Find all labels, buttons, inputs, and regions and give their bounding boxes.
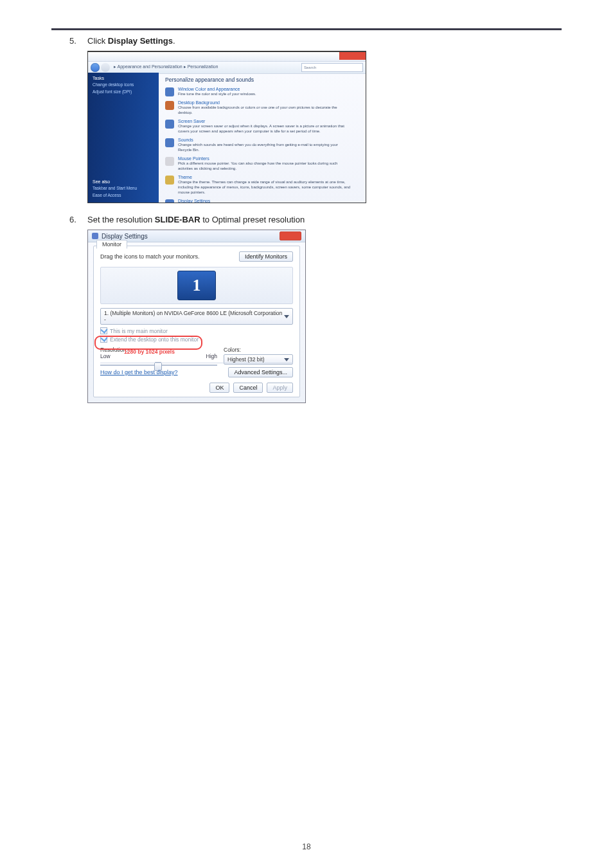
resolution-low: Low (100, 353, 111, 359)
step-text: Click Display Settings. (87, 36, 175, 46)
identify-monitors-button[interactable]: Identify Monitors (239, 251, 293, 262)
item-icon (165, 101, 174, 110)
cancel-button[interactable]: Cancel (233, 383, 263, 393)
personalize-item[interactable]: Window Color and AppearanceFine tune the… (165, 87, 359, 96)
display-settings-window: Display Settings Monitor Drag the icons … (87, 230, 306, 403)
step-bold: SLIDE-BAR (155, 215, 200, 224)
item-icon (165, 120, 174, 129)
step-post: to Optimal preset resolution (200, 215, 305, 224)
main-monitor-checkbox: This is my main monitor (100, 327, 293, 334)
monitor-arrangement[interactable]: 1 (100, 267, 293, 304)
ok-button[interactable]: OK (209, 383, 229, 393)
help-link[interactable]: How do I get the best display? (100, 369, 178, 375)
sidebar-see-also: See also Taskbar and Start Menu Ease of … (93, 176, 141, 199)
tasks-sidebar: Tasks Change desktop icons Adjust font s… (88, 73, 159, 203)
step-bold: Display Settings (108, 36, 173, 46)
sidebar-item[interactable]: Change desktop icons (88, 81, 159, 88)
item-icon (165, 199, 174, 203)
item-desc: Fine tune the color and style of your wi… (178, 91, 256, 96)
item-icon (165, 138, 174, 147)
monitor-select-value: 1. (Multiple Monitors) on NVIDIA GeForce… (104, 310, 284, 323)
monitor-1[interactable]: 1 (177, 271, 216, 300)
item-title: Mouse Pointers (178, 156, 351, 161)
nav-back-icon[interactable] (91, 63, 100, 72)
item-desc: Change your screen saver or adjust when … (178, 123, 351, 134)
step-pre: Set the resolution (87, 215, 155, 224)
search-placeholder: Search (304, 66, 316, 69)
step-number: 5. (69, 36, 87, 46)
tab-panel: Monitor Drag the icons to match your mon… (93, 246, 300, 397)
item-title: Window Color and Appearance (178, 87, 256, 91)
app-icon (92, 233, 98, 239)
main-header: Personalize appearance and sounds (165, 77, 359, 83)
window-titlebar (88, 52, 366, 61)
nav-forward-icon[interactable] (101, 63, 110, 72)
page-number: 18 (0, 842, 613, 851)
item-title: Theme (178, 175, 351, 179)
advanced-settings-button[interactable]: Advanced Settings... (228, 367, 293, 377)
step-6: 6. Set the resolution SLIDE-BAR to Optim… (69, 215, 545, 224)
search-input[interactable]: Search (301, 63, 363, 72)
checkbox-label: This is my main monitor (110, 328, 168, 334)
item-desc: Change which sounds are heard when you d… (178, 142, 351, 152)
chevron-down-icon (284, 315, 289, 318)
sidebar-item[interactable]: Ease of Access (93, 192, 141, 199)
personalize-item[interactable]: ThemeChange the theme. Themes can change… (165, 175, 359, 195)
see-also-header: See also (93, 176, 141, 185)
chevron-down-icon (284, 358, 289, 361)
checkbox-icon (100, 327, 107, 334)
step-5: 5. Click Display Settings. (69, 36, 545, 46)
personalize-item[interactable]: SoundsChange which sounds are heard when… (165, 138, 359, 152)
item-desc: Change the theme. Themes can change a wi… (178, 179, 351, 195)
checkbox-label: Extend the desktop onto this monitor (110, 336, 199, 343)
item-desc: Choose from available backgrounds or col… (178, 105, 351, 115)
extend-desktop-checkbox: Extend the desktop onto this monitor (100, 336, 293, 343)
personalize-item[interactable]: Mouse PointersPick a different mouse poi… (165, 156, 359, 171)
item-title: Screen Saver (178, 119, 351, 123)
sidebar-header: Tasks (88, 73, 159, 81)
item-icon (165, 87, 174, 96)
item-desc: Pick a different mouse pointer. You can … (178, 161, 351, 171)
item-title: Display Settings (178, 199, 351, 203)
page-top-rule (51, 28, 562, 30)
drag-label: Drag the icons to match your monitors. (100, 253, 200, 260)
sidebar-item[interactable]: Adjust font size (DPI) (88, 88, 159, 95)
step-text: Set the resolution SLIDE-BAR to Optimal … (87, 215, 305, 224)
breadcrumb: ▸ Appearance and Personalization ▸ Perso… (114, 64, 218, 69)
colors-value: Highest (32 bit) (227, 356, 265, 363)
callout-text: 1280 by 1024 pixels (124, 348, 175, 355)
address-bar: ▸ Appearance and Personalization ▸ Perso… (88, 61, 366, 74)
step-pre: Click (87, 36, 108, 46)
tab-monitor[interactable]: Monitor (96, 240, 127, 249)
personalization-main: Personalize appearance and sounds Window… (159, 73, 366, 203)
resolution-high: High (206, 353, 217, 359)
apply-button: Apply (267, 383, 293, 393)
colors-label: Colors: (224, 347, 293, 353)
personalization-window: ▸ Appearance and Personalization ▸ Perso… (87, 51, 366, 203)
monitor-select[interactable]: 1. (Multiple Monitors) on NVIDIA GeForce… (100, 308, 293, 325)
personalize-item[interactable]: Screen SaverChange your screen saver or … (165, 119, 359, 134)
step-post: . (173, 36, 175, 46)
item-icon (165, 157, 174, 166)
sidebar-item[interactable]: Taskbar and Start Menu (93, 185, 141, 192)
personalize-item[interactable]: Desktop BackgroundChoose from available … (165, 100, 359, 115)
window-title: Display Settings (102, 233, 148, 240)
checkbox-icon (100, 336, 107, 343)
item-title: Sounds (178, 138, 351, 142)
personalize-item[interactable]: Display SettingsAdjust your monitor reso… (165, 199, 359, 203)
close-icon[interactable] (339, 52, 366, 60)
item-icon (165, 176, 174, 185)
step-number: 6. (69, 215, 87, 224)
item-title: Desktop Background (178, 100, 351, 105)
close-icon[interactable] (280, 231, 301, 240)
page-content: 5. Click Display Settings. ▸ Appearance … (69, 36, 545, 403)
